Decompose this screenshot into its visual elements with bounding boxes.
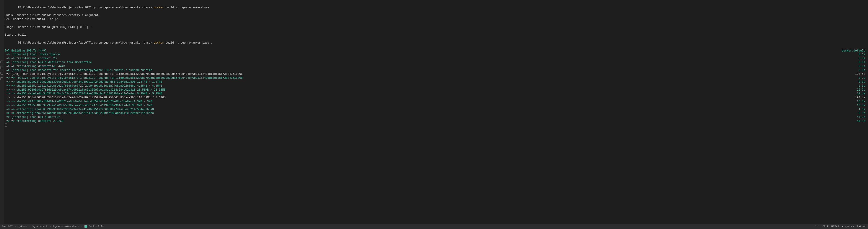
build-step-time: 12.4s (857, 92, 867, 96)
build-step-text: => => sha256:26551f1051e710ecfc62bf6396f… (5, 84, 859, 88)
breadcrumb-item[interactable]: FastGPT (2, 225, 12, 228)
build-step-text: => => sha256:4ade0a4bc5d597c845bc3c27c47… (5, 92, 857, 96)
error-text: ERROR: "docker buildx build" requires ex… (5, 13, 867, 18)
build-step-text: => [internal] load build context (5, 115, 857, 119)
terminal-line: => => extracting sha256:4ade0a4bc5d597c8… (5, 111, 867, 115)
build-step-text: => => sha256:2185b402c9ca9c9a1e03db5b387… (5, 104, 857, 108)
error-text: See 'docker buildx build --help'. (5, 18, 867, 22)
image-name: bge-reranker-base (179, 6, 209, 9)
encoding[interactable]: UTF-8 (832, 225, 839, 228)
build-step-text: => => sha256:4f4fb700ef54461cfa02571ae0d… (5, 100, 857, 104)
build-step-text: => => sha256:82e0d379a5dedd6303c89eda57b… (5, 80, 859, 84)
terminal-line: => => transferring dockerfile: 444B0.0s (5, 64, 867, 68)
terminal-line: Start a build (5, 33, 867, 37)
line-ending[interactable]: CRLF (823, 225, 829, 228)
build-step-text: => => transferring context: 2.27GB (5, 119, 857, 123)
terminal-line (5, 29, 867, 33)
build-arg: build (164, 6, 176, 9)
build-step-time: 44.2s (857, 115, 867, 119)
terminal-line: Usage: docker buildx build [OPTIONS] PAT… (5, 25, 867, 29)
start-text: Start a build (5, 33, 867, 37)
build-step-time: 1.3s (859, 108, 867, 112)
build-step-text: => [internal] load build definition from… (5, 61, 859, 64)
terminal-line: => => sha256:4f4fb700ef54461cfa02571ae0d… (5, 100, 867, 104)
build-step-text: => => sha256:035a286326d65b413051a4c52e7… (5, 96, 855, 100)
build-step-text: => [internal] load .dockerignore (5, 53, 859, 57)
chevron-right-icon: › (81, 225, 83, 228)
build-step-time: 13.8s (857, 104, 867, 108)
chevron-right-icon: › (50, 225, 51, 228)
terminal-line: => => sha256:035a286326d65b413051a4c52e7… (5, 96, 867, 100)
breadcrumb-item[interactable]: bge-reranker-base (53, 225, 79, 228)
build-step-time: 0.0s (859, 57, 867, 61)
docker-command: docker (154, 41, 164, 45)
breadcrumb-item[interactable]: bge-rerank (32, 225, 48, 228)
build-step-time: 0.0s (859, 61, 867, 64)
terminal-line: => [internal] load metadata for docker.i… (5, 68, 867, 73)
extensions-icon[interactable] (0, 66, 3, 69)
terminal-line: => => extracting sha256:99803d4b97f3db52… (5, 108, 867, 112)
build-step-time: 0.0s (859, 64, 867, 68)
build-step-time: 194.5s (855, 72, 867, 76)
build-step-text: => [internal] load metadata for docker.i… (5, 68, 859, 73)
terminal-line (5, 22, 867, 25)
language-mode[interactable]: Python (857, 225, 866, 228)
cursor-position[interactable]: 1:1 (815, 225, 819, 228)
terminal-icon[interactable] (0, 72, 3, 75)
settings-icon[interactable] (0, 77, 3, 80)
terminal-line: => => resolve docker.io/pytorch/pytorch:… (5, 76, 867, 80)
build-step-time: 0.1s (859, 53, 867, 57)
terminal-line: => [internal] load build context44.2s (5, 115, 867, 119)
image-name: bge-reranker-base . (179, 41, 213, 45)
status-right: 1:1 CRLF UTF-8 4 spaces Python (815, 225, 866, 228)
terminal-line: => [internal] load build definition from… (5, 61, 867, 64)
build-step-text: => [1/5] FROM docker.io/pytorch/pytorch:… (5, 72, 855, 76)
terminal-line: => => sha256:26551f1051e710ecfc62bf6396f… (5, 84, 867, 88)
prompt-path: PS C:\Users\Lenovo\WebstormProjects\Fast… (18, 6, 154, 9)
cursor-line (5, 123, 867, 126)
build-step-time: 6.0s (859, 68, 867, 73)
build-step-time: 0.0s (859, 84, 867, 88)
terminal-line: ERROR: "docker buildx build" requires ex… (5, 13, 867, 18)
terminal-line: PS C:\Users\Lenovo\WebstormProjects\Fast… (5, 37, 867, 49)
flag-t: -t (176, 41, 179, 45)
build-step-text: => => transferring context: 2B (5, 57, 859, 61)
terminal-line: PS C:\Users\Lenovo\WebstormProjects\Fast… (5, 2, 867, 13)
docker-default: docker:default (842, 49, 867, 53)
debug-icon[interactable] (0, 61, 3, 63)
breadcrumb-item[interactable]: Dockerfile (89, 225, 104, 228)
build-step-time: 0.9s (859, 111, 867, 115)
flag-t: -t (176, 6, 179, 9)
build-step-text: => => sha256:99803d4b97f3db529ae9ca4174b… (5, 88, 857, 92)
terminal-line: => => sha256:2185b402c9ca9c9a1e03db5b387… (5, 104, 867, 108)
breadcrumb[interactable]: FastGPT › python › bge-rerank › bge-rera… (2, 225, 104, 228)
build-step-time: 0.1s (859, 76, 867, 80)
terminal-line: => => sha256:4ade0a4bc5d597c845bc3c27c47… (5, 92, 867, 96)
terminal-line: => => sha256:99803d4b97f3db529ae9ca4174b… (5, 88, 867, 92)
indent-setting[interactable]: 4 spaces (842, 225, 854, 228)
build-step-time: 44.1s (857, 119, 867, 123)
build-step-text: => => extracting sha256:99803d4b97f3db52… (5, 108, 859, 112)
terminal-line: => [internal] load .dockerignore0.1s (5, 53, 867, 57)
build-step-text: => => resolve docker.io/pytorch/pytorch:… (5, 76, 859, 80)
terminal-panel[interactable]: PS C:\Users\Lenovo\WebstormProjects\Fast… (4, 0, 868, 224)
prompt-path: PS C:\Users\Lenovo\WebstormProjects\Fast… (18, 41, 154, 45)
build-step-text: => => transferring dockerfile: 444B (5, 64, 859, 68)
build-step-time: 194.4s (855, 96, 867, 100)
terminal-line: See 'docker buildx build --help'. (5, 18, 867, 22)
terminal-line: => => sha256:82e0d379a5dedd6303c89eda57b… (5, 80, 867, 84)
build-arg: build (164, 41, 176, 45)
status-bar: FastGPT › python › bge-rerank › bge-rera… (0, 224, 868, 229)
terminal-line: => => transferring context: 2B0.0s (5, 57, 867, 61)
build-step-text: => => extracting sha256:4ade0a4bc5d597c8… (5, 111, 859, 115)
terminal-line: [+] Building 200.7s (4/9) docker:default (5, 49, 867, 53)
terminal-line: => => transferring context: 2.27GB44.1s (5, 119, 867, 123)
terminal-line: => [1/5] FROM docker.io/pytorch/pytorch:… (5, 72, 867, 76)
breadcrumb-item[interactable]: python (18, 225, 27, 228)
usage-text: Usage: docker buildx build [OPTIONS] PAT… (5, 25, 867, 29)
terminal-cursor (5, 123, 7, 126)
build-step-time: 25.7s (857, 88, 867, 92)
chevron-right-icon: › (14, 225, 16, 228)
chevron-right-icon: › (29, 225, 30, 228)
build-step-time: 13.3s (857, 100, 867, 104)
